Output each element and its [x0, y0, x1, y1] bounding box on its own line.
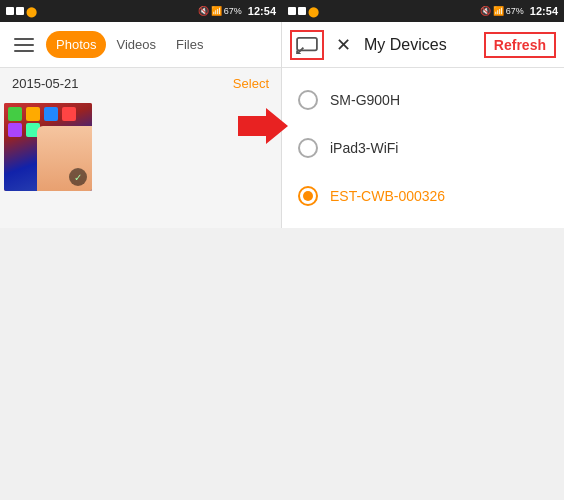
- device-name-est-cwb: EST-CWB-000326: [330, 188, 445, 204]
- status-time-left: 12:54: [248, 5, 276, 17]
- tab-photos[interactable]: Photos: [46, 31, 106, 58]
- status-icons-right: 🔇 📶 67% 12:54: [198, 5, 276, 17]
- device-name-sm-g900h: SM-G900H: [330, 92, 400, 108]
- cast-icon: [296, 36, 318, 54]
- right-toolbar: ✕ My Devices Refresh: [282, 22, 564, 68]
- svg-marker-0: [238, 108, 288, 144]
- device-radio-ipad3: [298, 138, 318, 158]
- hamburger-line: [14, 38, 34, 40]
- select-button[interactable]: Select: [233, 76, 269, 91]
- tab-group: Photos Videos Files: [46, 31, 275, 58]
- date-row: 2015-05-21 Select: [0, 68, 281, 99]
- device-item-est-cwb[interactable]: EST-CWB-000326: [282, 172, 564, 220]
- device-radio-sm-g900h: [298, 90, 318, 110]
- device-item-ipad3[interactable]: iPad3-WiFi: [282, 124, 564, 172]
- device-name-ipad3: iPad3-WiFi: [330, 140, 398, 156]
- panel-title: My Devices: [364, 36, 484, 54]
- hamburger-menu-button[interactable]: [6, 27, 42, 63]
- refresh-button[interactable]: Refresh: [484, 32, 556, 58]
- cast-button[interactable]: [290, 30, 324, 60]
- hamburger-line: [14, 50, 34, 52]
- status-icons-right2: 🔇 📶 67% 12:54: [480, 5, 558, 17]
- close-button[interactable]: ✕: [328, 30, 358, 60]
- right-arrow-indicator: [238, 108, 288, 144]
- notification-icons-right: ⬤: [288, 6, 319, 17]
- device-list: SM-G900H iPad3-WiFi EST-CWB-000326: [282, 68, 564, 228]
- device-radio-est-cwb: [298, 186, 318, 206]
- photo-checkmark: ✓: [69, 168, 87, 186]
- hamburger-line: [14, 44, 34, 46]
- status-time-right: 12:54: [530, 5, 558, 17]
- svg-rect-1: [297, 37, 317, 50]
- tab-videos[interactable]: Videos: [106, 31, 166, 58]
- device-item-sm-g900h[interactable]: SM-G900H: [282, 76, 564, 124]
- date-label: 2015-05-21: [12, 76, 79, 91]
- tab-files[interactable]: Files: [166, 31, 213, 58]
- photo-thumbnail[interactable]: ✓: [4, 103, 92, 191]
- notification-icons: ⬤: [6, 6, 37, 17]
